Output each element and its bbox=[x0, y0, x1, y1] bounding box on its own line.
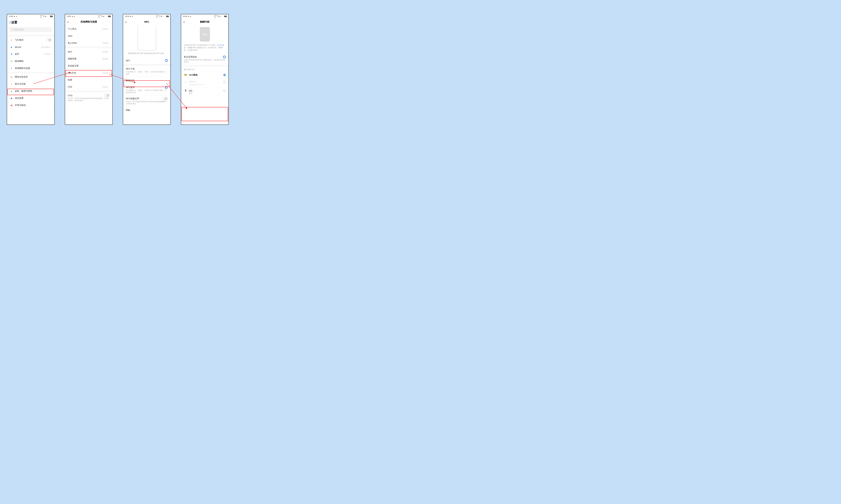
net-speed: 0.10K/s bbox=[98, 15, 101, 18]
alarm-icon: ⏰ bbox=[101, 16, 103, 17]
row-tap-pay[interactable]: 触碰付款› bbox=[123, 77, 170, 84]
row-car[interactable]: 智能车载未连接› bbox=[65, 55, 113, 62]
row-cast[interactable]: 投屏› bbox=[65, 76, 113, 84]
toggle-nfc[interactable] bbox=[165, 59, 168, 62]
row-notification[interactable]: ▤通知与状态栏› bbox=[7, 73, 54, 80]
net-speed: 9.40K/s bbox=[40, 15, 43, 18]
status-bar: 16:46☁◉ 9.40K/s⏰▮⋮⋮42 bbox=[7, 14, 54, 18]
sound-icon: ◀) bbox=[10, 104, 13, 107]
app-icon: ◉ bbox=[74, 16, 75, 17]
row-sim: ▭SIM卡 1未检测到NFC支付卡 bbox=[181, 79, 228, 88]
row-wallpaper[interactable]: ▲桌面、锁屏与壁纸› bbox=[7, 88, 54, 94]
phone-tap-pay: 16:46☁◉ 3.80K/s⏰▮⋮⋮42 ‹触碰付款 ((▯)) 可通过支持 … bbox=[181, 14, 229, 125]
battery-badge: 42 bbox=[224, 16, 227, 17]
row-other-network[interactable]: ●其他网络与连接› bbox=[7, 65, 54, 72]
row-display[interactable]: ●显示与亮度› bbox=[7, 80, 54, 88]
app-icon: ◉ bbox=[16, 16, 17, 17]
row-nfc-read[interactable]: NFC读卡可识别银行卡、交通卡、门禁卡等卡片的NFC标签，并唤起相关应用 bbox=[123, 84, 170, 95]
status-bar: 16:46☁◉ 0.10K/s⏰▮⋮⋮42 bbox=[65, 14, 113, 18]
weather-icon: ☁ bbox=[72, 16, 73, 17]
weather-icon: ☁ bbox=[14, 16, 15, 17]
status-time: 16:46 bbox=[183, 16, 187, 17]
row-foreground[interactable]: 前台应用优先当前打开的应用支持 NFC 触碰付款时，优先使用当前应用支付。 bbox=[181, 54, 228, 65]
row-nfc-share[interactable]: NFC快捷分享与开启了NFC快捷分享或Android Beam的设备触碰即可分享… bbox=[123, 95, 170, 107]
toggle-otg[interactable] bbox=[104, 94, 110, 97]
page-title: NFC bbox=[123, 20, 170, 23]
pay-desc: 可通过支持 NFC 支付的应用录入卡片信息，如 vivo 钱包。可触碰 NFC … bbox=[181, 42, 228, 54]
row-sound[interactable]: ◀)声音与振动› bbox=[7, 102, 54, 109]
notification-icon: ▤ bbox=[10, 76, 13, 78]
row-vpn[interactable]: VPN› bbox=[65, 32, 113, 39]
label: 其他网络与连接 bbox=[15, 67, 51, 70]
chevron-icon: › bbox=[51, 76, 52, 78]
chevron-icon: › bbox=[51, 53, 52, 55]
radio-vivo[interactable] bbox=[223, 74, 226, 76]
cloud-icon: ● bbox=[10, 67, 13, 70]
status-bar: 16:46☁◉ 3.80K/s⏰▮⋮⋮42 bbox=[181, 14, 228, 18]
qq-icon: 🐧 bbox=[184, 89, 187, 92]
wifi-icon: ⋮ bbox=[47, 16, 48, 17]
search-placeholder: 搜索设置项 bbox=[14, 28, 24, 31]
page-title: 其他网络与连接 bbox=[65, 20, 113, 23]
label: 移动网络 bbox=[15, 60, 51, 63]
radio-sim bbox=[223, 80, 226, 83]
search-icon: ⚲ bbox=[11, 29, 13, 31]
label: WLAN bbox=[15, 46, 41, 48]
back-button[interactable]: ‹ bbox=[125, 20, 126, 24]
back-button[interactable]: ‹ bbox=[184, 20, 185, 24]
vivo-wallet-icon: 💳 bbox=[184, 74, 187, 76]
wallpaper-icon: ▲ bbox=[10, 90, 13, 92]
chevron-icon: › bbox=[51, 97, 52, 99]
row-nfc[interactable]: NFC已关闭› bbox=[65, 48, 113, 55]
toggle-read[interactable] bbox=[165, 86, 168, 89]
toggle-share[interactable] bbox=[162, 97, 168, 100]
row-otg[interactable]: OTG 开启后，手机可支持连接U盘或给其他设备供电。5分钟未使用，将自动关闭。 bbox=[65, 92, 113, 103]
row-vivoshare[interactable]: vivo互传已关闭› bbox=[65, 69, 113, 76]
signal-icon: ▮ bbox=[45, 16, 46, 17]
phone-settings: 16:46☁◉ 9.40K/s⏰▮⋮⋮42 设置 ⚲搜索设置项 ✈飞行模式 ◆W… bbox=[7, 14, 55, 125]
chevron-icon: › bbox=[51, 83, 52, 85]
row-animation[interactable]: ◆动态效果› bbox=[7, 94, 54, 102]
header: ‹NFC bbox=[123, 18, 170, 25]
app-icon: ◉ bbox=[132, 16, 133, 17]
row-airplane[interactable]: ✈飞行模式 bbox=[7, 36, 54, 43]
app-icon: ◉ bbox=[190, 16, 191, 17]
weather-icon: ☁ bbox=[188, 16, 189, 17]
chevron-icon: › bbox=[51, 104, 52, 106]
chevron-icon: › bbox=[51, 90, 52, 92]
header: ‹触碰付款 bbox=[181, 18, 228, 25]
status-time: 16:46 bbox=[125, 16, 129, 17]
default-pay-label: 默认付款方式 bbox=[181, 67, 228, 71]
header: ‹其他网络与连接 bbox=[65, 18, 113, 25]
back-button[interactable]: ‹ bbox=[67, 20, 68, 24]
wifi-icon-2: ⋮ bbox=[48, 16, 50, 17]
row-hotspot[interactable]: 个人热点已关闭› bbox=[65, 25, 113, 32]
battery-badge: 42 bbox=[50, 16, 53, 17]
otg-desc: 开启后，手机可支持连接U盘或给其他设备供电。5分钟未使用，将自动关闭。 bbox=[68, 97, 110, 102]
search-input[interactable]: ⚲搜索设置项 bbox=[10, 27, 52, 32]
net-speed: 3.80K/s bbox=[214, 15, 217, 18]
value: vivo-global bbox=[41, 46, 50, 48]
row-nfc-toggle[interactable]: NFC bbox=[123, 57, 170, 64]
row-nfc-wallet[interactable]: NFC卡包›可添加银行卡、交通卡、门禁卡，将手机作为虚拟卡片使用 bbox=[123, 66, 170, 77]
chevron-icon: › bbox=[51, 67, 52, 69]
row-vivo-wallet[interactable]: 💳vivo钱包 bbox=[181, 71, 228, 78]
label: 声音与振动 bbox=[15, 104, 51, 107]
chevron-icon: › bbox=[51, 60, 52, 62]
row-bluetooth[interactable]: ✱蓝牙已开启› bbox=[7, 51, 54, 58]
sim-icon: ▭ bbox=[184, 80, 187, 83]
row-dns[interactable]: 私人DNS已关闭› bbox=[65, 39, 113, 47]
toggle-fg[interactable] bbox=[223, 56, 226, 58]
phone-illustration bbox=[138, 25, 156, 51]
phone-other-network: 16:46☁◉ 0.10K/s⏰▮⋮⋮42 ‹其他网络与连接 个人热点已关闭› … bbox=[65, 14, 113, 125]
toggle-airplane[interactable] bbox=[46, 38, 52, 41]
row-help[interactable]: 帮助› bbox=[123, 107, 170, 114]
row-print[interactable]: 打印已开启› bbox=[65, 84, 113, 91]
row-wlan[interactable]: ◆WLANvivo-global› bbox=[7, 43, 54, 51]
row-qq[interactable]: 🐧QQ微信 bbox=[181, 88, 228, 96]
row-mobile[interactable]: ⇅移动网络› bbox=[7, 58, 54, 65]
status-time: 16:46 bbox=[67, 16, 71, 17]
row-multidevice[interactable]: 多设备互联› bbox=[65, 62, 113, 69]
radio-qq[interactable] bbox=[223, 90, 226, 92]
label: 显示与亮度 bbox=[15, 83, 51, 86]
